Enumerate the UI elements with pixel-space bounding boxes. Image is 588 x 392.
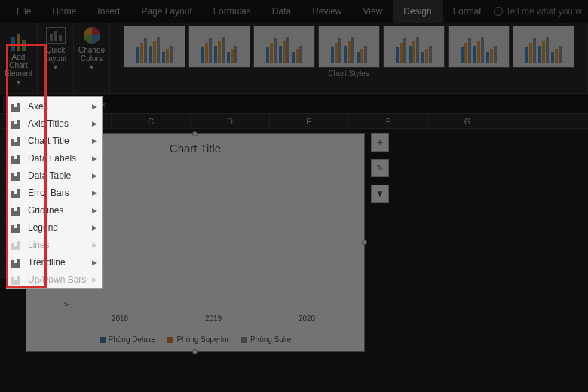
add-chart-element-button[interactable]: Add ChartElement ▾ xyxy=(0,23,38,93)
chart-filters-button[interactable]: ▼ xyxy=(371,185,389,203)
tab-file[interactable]: File xyxy=(6,0,41,23)
chevron-right-icon: ▶ xyxy=(92,103,97,110)
menu-lines: Lines▶ xyxy=(7,236,102,253)
x-tick: 2018 xyxy=(112,314,128,323)
error-bars-icon xyxy=(11,188,23,198)
menu-data-table[interactable]: Data Table▶ xyxy=(7,167,102,184)
menu-error-bars[interactable]: Error Bars▶ xyxy=(7,184,102,201)
menu-label: Axis Titles xyxy=(28,118,69,129)
menu-label: Legend xyxy=(28,222,58,233)
add-chart-element-icon xyxy=(8,32,29,51)
tab-view[interactable]: View xyxy=(353,0,394,23)
menu-label: Axes xyxy=(28,101,48,112)
chart-style-thumb[interactable] xyxy=(448,26,510,68)
menu-axes[interactable]: Axes▶ xyxy=(7,97,102,115)
resize-handle[interactable] xyxy=(192,349,198,354)
chevron-right-icon: ▶ xyxy=(92,120,97,127)
lightbulb-icon xyxy=(494,7,503,16)
menu-legend[interactable]: Legend▶ xyxy=(7,219,102,236)
tab-design[interactable]: Design xyxy=(393,0,442,23)
add-chart-element-label: Add ChartElement ▾ xyxy=(5,53,32,86)
ribbon-tabs: File Home Insert Page Layout Formulas Da… xyxy=(0,0,588,23)
chart-style-thumb[interactable] xyxy=(383,26,445,68)
ribbon: Add ChartElement ▾ QuickLayout ▾ ChangeC… xyxy=(0,23,588,94)
quick-layout-icon xyxy=(46,27,66,44)
tab-page-layout[interactable]: Page Layout xyxy=(130,0,202,23)
menu-chart-title[interactable]: Chart Title▶ xyxy=(7,132,102,149)
chart-style-thumb[interactable] xyxy=(124,26,185,68)
resize-handle[interactable] xyxy=(362,240,367,245)
chart-title-icon xyxy=(11,136,23,146)
tab-home[interactable]: Home xyxy=(41,0,87,23)
chart-style-thumb[interactable] xyxy=(318,26,380,68)
legend-icon xyxy=(11,222,23,233)
chevron-right-icon: ▶ xyxy=(92,137,97,145)
menu-trendline[interactable]: Trendline▶ xyxy=(7,253,102,271)
chart-quick-buttons: + ✎ ▼ xyxy=(371,133,389,203)
x-axis: 2018 2019 2020 xyxy=(73,314,354,323)
chevron-right-icon: ▶ xyxy=(92,155,97,162)
tab-format[interactable]: Format xyxy=(443,0,492,23)
axes-icon xyxy=(11,101,23,112)
change-colors-label: ChangeColors ▾ xyxy=(78,46,105,71)
chevron-right-icon: ▶ xyxy=(92,276,97,283)
data-labels-icon xyxy=(11,153,23,164)
legend-item: Phòng Deluxe xyxy=(109,335,156,344)
chart-plot-area[interactable] xyxy=(73,167,354,308)
chart-style-thumb[interactable] xyxy=(513,26,574,68)
chart-elements-button[interactable]: + xyxy=(371,133,389,152)
menu-updown-bars: Up/Down Bars▶ xyxy=(7,271,102,288)
chart-legend[interactable]: Phòng Deluxe Phòng Superior Phòng Suite xyxy=(26,335,364,344)
menu-label: Gridlines xyxy=(28,205,63,216)
column-header[interactable]: G xyxy=(428,114,507,128)
chart-styles-label: Chart Styles xyxy=(328,69,369,78)
resize-handle[interactable] xyxy=(192,131,198,136)
chevron-right-icon: ▶ xyxy=(92,189,97,197)
updown-bars-icon xyxy=(11,274,23,285)
menu-label: Lines xyxy=(28,240,50,250)
menu-label: Data Labels xyxy=(28,153,76,164)
funnel-icon: ▼ xyxy=(375,188,384,199)
column-header[interactable]: C xyxy=(112,114,191,128)
brush-icon: ✎ xyxy=(376,163,384,173)
chart-style-thumb[interactable] xyxy=(188,26,250,68)
tell-me-search[interactable]: Tell me what you w xyxy=(494,6,582,17)
column-header[interactable]: E xyxy=(270,114,349,128)
lines-icon xyxy=(11,240,23,250)
add-chart-element-menu: Axes▶ Axis Titles▶ Chart Title▶ Data Lab… xyxy=(6,96,103,289)
tab-insert[interactable]: Insert xyxy=(87,0,130,23)
trendline-icon xyxy=(11,257,23,268)
menu-label: Error Bars xyxy=(28,188,69,198)
tab-formulas[interactable]: Formulas xyxy=(203,0,262,23)
quick-layout-label: QuickLayout ▾ xyxy=(42,46,69,71)
chart-styles-button[interactable]: ✎ xyxy=(371,159,389,177)
chevron-right-icon: ▶ xyxy=(92,224,97,231)
x-tick: 2019 xyxy=(205,314,222,323)
chart-style-thumb[interactable] xyxy=(253,26,315,68)
data-table-icon xyxy=(11,170,23,181)
menu-label: Data Table xyxy=(28,170,71,181)
axis-titles-icon xyxy=(11,118,23,129)
menu-label: Up/Down Bars xyxy=(28,274,86,285)
y-tick: $- xyxy=(31,300,70,308)
column-header[interactable]: F xyxy=(349,114,428,128)
chevron-right-icon: ▶ xyxy=(92,259,97,266)
menu-axis-titles[interactable]: Axis Titles▶ xyxy=(7,115,102,132)
quick-layout-button[interactable]: QuickLayout ▾ xyxy=(38,23,74,93)
change-colors-icon xyxy=(84,27,100,44)
legend-item: Phòng Suite xyxy=(250,335,292,344)
menu-label: Trendline xyxy=(28,257,66,268)
chevron-right-icon: ▶ xyxy=(92,207,97,214)
x-tick: 2020 xyxy=(299,314,315,323)
chevron-right-icon: ▶ xyxy=(92,241,97,249)
menu-label: Chart Title xyxy=(28,136,69,146)
menu-data-labels[interactable]: Data Labels▶ xyxy=(7,149,102,167)
chart-styles-group: Chart Styles xyxy=(110,23,588,93)
change-colors-button[interactable]: ChangeColors ▾ xyxy=(74,23,110,93)
tab-review[interactable]: Review xyxy=(302,0,352,23)
plus-icon: + xyxy=(377,136,383,149)
menu-gridlines[interactable]: Gridlines▶ xyxy=(7,201,102,219)
chevron-right-icon: ▶ xyxy=(92,172,97,179)
tab-data[interactable]: Data xyxy=(262,0,302,23)
column-header[interactable]: D xyxy=(191,114,270,128)
